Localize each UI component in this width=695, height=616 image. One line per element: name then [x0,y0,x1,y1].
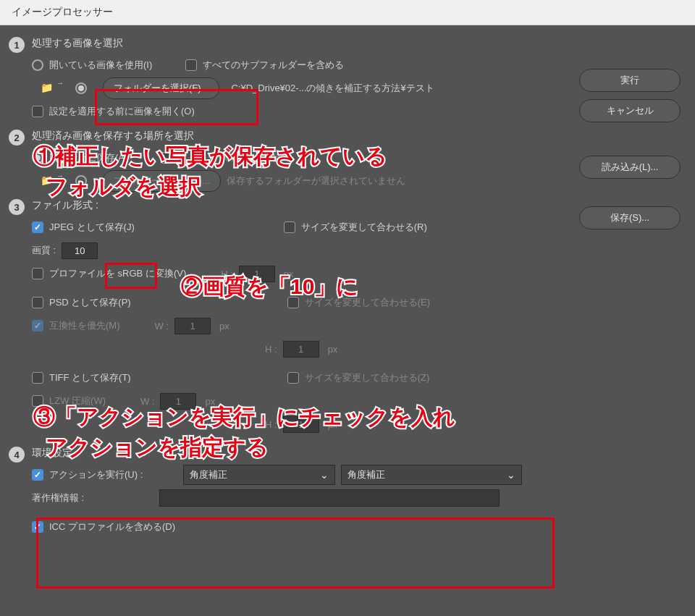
select-folder2-button[interactable]: フォルダーを選択(C)... [103,170,221,192]
compat-checkbox[interactable] [32,320,43,332]
copyright-label: 著作権情報 : [32,491,84,505]
selected-path: C:¥D_Drive¥02-...の傾きを補正する方法¥テスト [231,82,434,95]
action-set-select[interactable]: 角度補正 [183,465,335,485]
h-label-3: H : [265,419,277,430]
psd-label: PSD として保存(P) [49,296,131,309]
px-label: px [284,269,294,279]
icc-checkbox[interactable] [32,521,43,533]
resize-e-label: サイズを変更して合わせる(E) [305,296,430,309]
resize-r-label: サイズを変更して合わせる(R) [301,221,427,234]
include-sub-checkbox[interactable] [185,59,197,71]
section1-title: 処理する画像を選択 [32,37,559,50]
select-folder-radio[interactable] [75,83,87,94]
px-label-2: px [219,321,229,332]
action-name-select[interactable]: 角度補正 [341,465,522,485]
section-badge-3: 3 [9,199,25,215]
folder-icon-2 [41,174,61,187]
h-label: H : [221,269,233,279]
section4-title: 環境設定 [32,447,559,460]
resize-z-checkbox[interactable] [287,372,299,384]
w-label: W : [155,321,169,332]
save-button[interactable]: 保存(S)... [579,206,681,229]
open-first-label: 設定を適用する前に画像を開く(O) [49,105,195,118]
srgb-checkbox[interactable] [32,268,43,279]
same-loc-label: 同じ場所に保存(A) [49,151,127,164]
window-title: イメージプロセッサー [0,0,695,25]
open-first-checkbox[interactable] [32,106,43,117]
px-label-5: px [328,419,338,430]
keep-struct-checkbox[interactable] [161,152,172,164]
load-button[interactable]: 読み込み(L)... [579,156,681,179]
section3-title: ファイル形式 : [32,199,559,212]
section2-title: 処理済み画像を保存する場所を選択 [32,130,559,143]
h-label-2: H : [265,344,277,355]
w-label-3: W : [140,396,155,407]
copyright-input[interactable] [159,489,500,507]
psd-checkbox[interactable] [32,297,43,308]
jpeg-label: JPEG として保存(J) [49,221,135,234]
section-badge-1: 1 [9,37,25,53]
px-label-3: px [328,344,338,355]
resize-r-checkbox[interactable] [284,221,295,233]
run-button[interactable]: 実行 [579,69,681,92]
select-folder-button[interactable]: フォルダーを選択(F)... [103,77,219,99]
h-input-3 [283,416,319,433]
not-selected-label: 保存するフォルダーが選択されていません [227,174,405,187]
select-folder2-radio[interactable] [75,175,87,187]
include-sub-label: すべてのサブフォルダーを含める [203,59,344,72]
tiff-checkbox[interactable] [32,372,43,384]
h-input-1 [239,266,275,282]
srgb-label: プロファイルを sRGB に変換(V) [49,267,186,280]
lzw-checkbox[interactable] [32,395,43,407]
quality-label: 画質 : [32,244,56,257]
icc-label: ICC プロファイルを含める(D) [49,520,175,533]
compat-label: 互換性を優先(M) [49,319,120,332]
section-badge-2: 2 [9,130,25,145]
lzw-label: LZW 圧縮(W) [49,395,106,408]
resize-z-label: サイズを変更して合わせる(Z) [305,371,430,384]
use-open-radio[interactable] [32,59,43,71]
section-badge-4: 4 [9,447,25,463]
jpeg-checkbox[interactable] [32,221,43,233]
w-input-2 [174,318,211,334]
px-label-4: px [205,396,215,407]
resize-e-checkbox[interactable] [287,297,299,308]
folder-icon [41,82,61,95]
quality-input[interactable] [62,242,98,259]
w-input-3 [160,393,196,410]
same-loc-radio[interactable] [32,152,43,164]
cancel-button[interactable]: キャンセル [579,99,681,122]
keep-struct-label: フォルダーの構造を保持 [178,151,282,164]
tiff-label: TIFF として保存(T) [49,371,131,384]
use-open-label: 開いている画像を使用(I) [49,59,152,72]
run-action-checkbox[interactable] [32,469,43,481]
h-input-2 [283,341,319,358]
run-action-label: アクションを実行(U) : [49,468,143,481]
